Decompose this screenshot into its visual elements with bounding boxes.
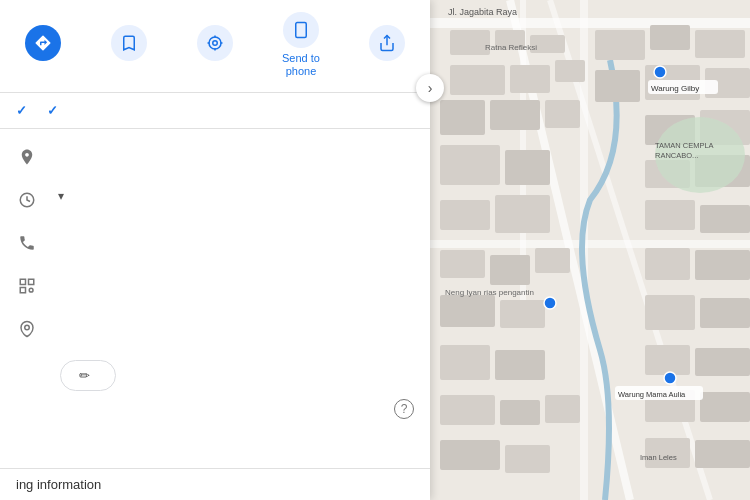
svg-rect-32 [440,200,490,230]
svg-rect-17 [430,18,750,28]
svg-rect-18 [430,240,750,248]
toolbar-nearby[interactable] [172,21,258,69]
toolbar-directions[interactable] [0,21,86,69]
svg-rect-43 [545,395,580,423]
claim-icon [16,318,38,340]
svg-rect-34 [440,250,485,278]
phone-icon [16,232,38,254]
svg-rect-63 [695,348,750,376]
hours-content: ▾ [52,188,414,205]
svg-rect-46 [595,30,645,60]
svg-text:Ratna Refleksi: Ratna Refleksi [485,43,537,52]
plus-code-icon [16,275,38,297]
suggest-edit-button[interactable]: ✏ [60,360,116,391]
svg-rect-41 [440,395,495,425]
svg-rect-24 [450,65,505,95]
svg-rect-44 [440,440,500,470]
svg-rect-39 [440,345,490,380]
svg-rect-49 [595,70,640,102]
dine-in-tag: ✓ [16,103,31,118]
map-panel: Jl. Jagabita Raya Ratna Refleksi TAMAN C… [430,0,750,500]
svg-point-0 [213,41,218,46]
svg-rect-56 [645,200,695,230]
svg-rect-65 [700,392,750,422]
svg-rect-60 [645,295,695,330]
svg-rect-36 [535,248,570,273]
licensing-row: ing information [0,468,430,500]
svg-rect-35 [490,255,530,285]
svg-rect-12 [20,288,25,293]
svg-rect-28 [490,100,540,130]
toolbar-send[interactable]: Send to phone [258,8,344,82]
nearby-icon [197,25,233,61]
svg-rect-26 [555,60,585,82]
svg-rect-31 [505,150,550,185]
address-icon [16,146,38,168]
svg-rect-47 [650,25,690,50]
suggest-edit-icon: ✏ [79,368,90,383]
svg-text:TAMAN CEMPLA: TAMAN CEMPLA [655,141,714,150]
svg-point-77 [544,297,556,309]
svg-rect-38 [500,300,545,328]
tags-row: ✓ ✓ [0,93,430,129]
toolbar-save[interactable] [86,21,172,69]
svg-point-14 [25,326,30,331]
svg-rect-61 [700,298,750,328]
svg-rect-59 [695,250,750,280]
send-label: Send to phone [282,52,320,78]
plus-code-row [0,264,430,307]
share-icon [369,25,405,61]
svg-point-74 [654,66,666,78]
left-panel: Send to phone ✓ ✓ [0,0,430,500]
svg-rect-40 [495,350,545,380]
send-icon [283,12,319,48]
takeaway-check: ✓ [47,103,58,118]
svg-rect-21 [450,30,490,55]
toolbar: Send to phone [0,0,430,93]
svg-rect-10 [20,280,25,285]
svg-rect-27 [440,100,485,135]
svg-rect-29 [545,100,580,128]
svg-rect-67 [695,440,750,468]
svg-rect-45 [505,445,550,473]
directions-icon [25,25,61,61]
hours-chevron[interactable]: ▾ [58,188,64,205]
map-svg: Jl. Jagabita Raya Ratna Refleksi TAMAN C… [430,0,750,500]
hours-row: ▾ [0,178,430,221]
phone-row [0,221,430,264]
save-icon [111,25,147,61]
svg-rect-58 [645,248,690,280]
svg-rect-25 [510,65,550,93]
svg-rect-62 [645,345,690,375]
svg-text:Neng Iyan rias pengantin: Neng Iyan rias pengantin [445,288,534,297]
takeaway-tag: ✓ [47,103,62,118]
svg-point-78 [664,372,676,384]
dine-in-check: ✓ [16,103,27,118]
svg-rect-57 [700,205,750,233]
svg-rect-30 [440,145,500,185]
expand-panel-button[interactable]: › [416,74,444,102]
svg-text:RANCABO...: RANCABO... [655,151,698,160]
address-row [0,135,430,178]
help-icon[interactable]: ? [394,399,414,419]
svg-rect-11 [29,280,34,285]
svg-text:Warung Mama Aulia: Warung Mama Aulia [618,390,686,399]
info-section: ▾ ✏ [0,129,430,468]
svg-rect-42 [500,400,540,425]
help-container: ? [0,399,430,425]
svg-rect-6 [296,23,307,38]
svg-text:Jl. Jagabita Raya: Jl. Jagabita Raya [448,7,517,17]
clock-icon [16,189,38,211]
toolbar-share[interactable] [344,21,430,69]
svg-rect-48 [695,30,745,58]
svg-rect-37 [440,295,495,327]
claim-row [0,307,430,350]
svg-text:Warung Gilby: Warung Gilby [651,84,699,93]
svg-point-13 [29,289,33,293]
svg-text:Iman Leles: Iman Leles [640,453,677,462]
svg-point-1 [209,37,221,49]
licensing-label: ing information [16,477,101,492]
suggest-edit-container: ✏ [0,350,430,399]
svg-rect-33 [495,195,550,233]
